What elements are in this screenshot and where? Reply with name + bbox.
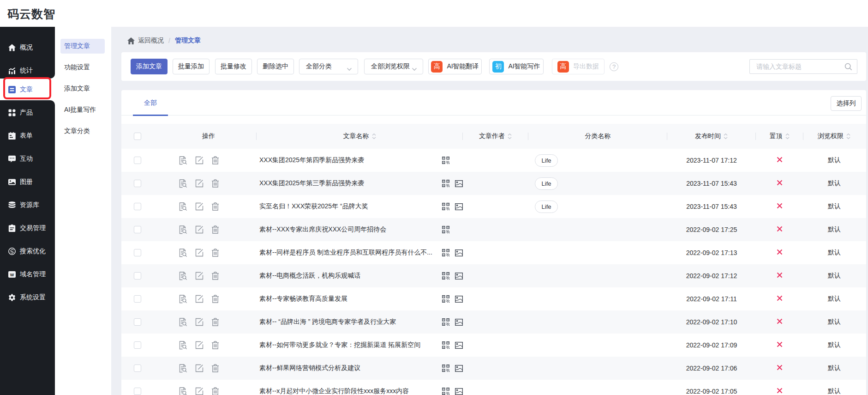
help-icon[interactable]: ? [610, 62, 618, 71]
qrcode-icon[interactable] [442, 318, 449, 326]
submenu-item-3[interactable]: 添加文章 [60, 81, 105, 96]
image-icon[interactable] [455, 388, 463, 395]
qrcode-icon[interactable] [442, 341, 449, 349]
qrcode-icon[interactable] [442, 226, 449, 234]
sort-icon[interactable] [846, 133, 851, 140]
edit-article-icon[interactable] [195, 249, 204, 257]
preview-article-icon[interactable] [179, 249, 187, 257]
select-all-checkbox[interactable] [134, 133, 141, 140]
sidebar-item-8[interactable]: 资源库 [0, 194, 55, 217]
image-icon[interactable] [455, 341, 463, 349]
sort-icon[interactable] [507, 133, 512, 140]
delete-article-icon[interactable] [211, 341, 219, 349]
submenu-item-1[interactable]: 管理文章 [60, 39, 105, 54]
row-checkbox[interactable] [134, 249, 141, 256]
header-author[interactable]: 文章作者 [463, 124, 528, 149]
preview-article-icon[interactable] [179, 295, 187, 304]
preview-article-icon[interactable] [179, 387, 187, 395]
edit-article-icon[interactable] [195, 295, 204, 303]
tab-all[interactable]: 全部 [133, 90, 168, 115]
sort-icon[interactable] [785, 133, 790, 140]
sidebar-item-10[interactable]: 搜索优化 [0, 240, 55, 263]
permission-filter-select[interactable]: 全部浏览权限 [364, 59, 423, 74]
row-checkbox[interactable] [134, 272, 141, 280]
delete-article-icon[interactable] [211, 202, 219, 211]
qrcode-icon[interactable] [442, 180, 449, 188]
edit-article-icon[interactable] [195, 318, 204, 326]
sidebar-item-6[interactable]: 互动 [0, 147, 55, 170]
batch-edit-button[interactable]: 批量修改 [215, 59, 252, 74]
row-checkbox[interactable] [134, 157, 141, 164]
image-icon[interactable] [455, 365, 463, 372]
ai-write-button[interactable]: 初 AI智能写作 [489, 59, 544, 74]
preview-article-icon[interactable] [179, 156, 187, 165]
image-icon[interactable] [455, 203, 463, 211]
sort-icon[interactable] [723, 133, 728, 140]
qrcode-icon[interactable] [442, 249, 449, 257]
row-checkbox[interactable] [134, 180, 141, 187]
export-data-button[interactable]: 高 导出数据 [552, 59, 605, 74]
row-checkbox[interactable] [134, 318, 141, 326]
sidebar-item-7[interactable]: 图册 [0, 170, 55, 194]
edit-article-icon[interactable] [195, 272, 204, 280]
sidebar-item-4[interactable]: 产品 [0, 101, 55, 124]
image-icon[interactable] [455, 272, 463, 280]
submenu-item-5[interactable]: 文章分类 [60, 124, 105, 139]
delete-selected-button[interactable]: 删除选中 [257, 59, 294, 74]
edit-article-icon[interactable] [195, 202, 204, 211]
image-icon[interactable] [455, 249, 463, 257]
submenu-item-2[interactable]: 功能设置 [60, 60, 105, 75]
delete-article-icon[interactable] [211, 272, 219, 280]
row-checkbox[interactable] [134, 365, 141, 372]
sidebar-item-1[interactable]: 概况 [0, 36, 55, 59]
preview-article-icon[interactable] [179, 341, 187, 350]
sidebar-item-5[interactable]: 表单 [0, 124, 55, 147]
preview-article-icon[interactable] [179, 318, 187, 327]
sidebar-item-3[interactable]: 文章 [0, 79, 55, 100]
sidebar-item-12[interactable]: 系统设置 [0, 286, 55, 309]
qrcode-icon[interactable] [442, 365, 449, 372]
delete-article-icon[interactable] [211, 249, 219, 257]
header-publish-time[interactable]: 发布时间 [667, 124, 756, 149]
ai-translate-button[interactable]: 高 AI智能翻译 [428, 59, 482, 74]
edit-article-icon[interactable] [195, 156, 204, 164]
image-icon[interactable] [455, 318, 463, 326]
qrcode-icon[interactable] [442, 388, 449, 395]
preview-article-icon[interactable] [179, 364, 187, 373]
row-checkbox[interactable] [134, 295, 141, 303]
delete-article-icon[interactable] [211, 364, 219, 372]
header-permission[interactable]: 浏览权限 [803, 124, 865, 149]
edit-article-icon[interactable] [195, 225, 204, 234]
header-pinned[interactable]: 置顶 [756, 124, 803, 149]
submenu-item-4[interactable]: AI批量写作 [60, 103, 105, 117]
image-icon[interactable] [455, 295, 463, 303]
category-filter-select[interactable]: 全部分类 [299, 59, 358, 74]
row-checkbox[interactable] [134, 226, 141, 233]
qrcode-icon[interactable] [442, 295, 449, 303]
edit-article-icon[interactable] [195, 364, 204, 372]
qrcode-icon[interactable] [442, 203, 449, 211]
delete-article-icon[interactable] [211, 156, 219, 164]
delete-article-icon[interactable] [211, 387, 219, 395]
qrcode-icon[interactable] [442, 157, 449, 164]
image-icon[interactable] [455, 180, 463, 188]
delete-article-icon[interactable] [211, 179, 219, 188]
search-icon[interactable] [844, 63, 852, 71]
preview-article-icon[interactable] [179, 272, 187, 280]
delete-article-icon[interactable] [211, 318, 219, 326]
delete-article-icon[interactable] [211, 225, 219, 234]
preview-article-icon[interactable] [179, 202, 187, 211]
sidebar-item-11[interactable]: W域名管理 [0, 263, 55, 286]
add-article-button[interactable]: 添加文章 [131, 59, 168, 74]
row-checkbox[interactable] [134, 388, 141, 395]
edit-article-icon[interactable] [195, 387, 204, 395]
home-icon[interactable] [127, 37, 135, 44]
batch-add-button[interactable]: 批量添加 [173, 59, 210, 74]
row-checkbox[interactable] [134, 341, 141, 349]
edit-article-icon[interactable] [195, 341, 204, 349]
edit-article-icon[interactable] [195, 179, 204, 188]
sidebar-item-9[interactable]: 交易管理 [0, 217, 55, 240]
preview-article-icon[interactable] [179, 225, 187, 234]
row-checkbox[interactable] [134, 203, 141, 210]
header-name[interactable]: 文章名称 [257, 124, 463, 149]
